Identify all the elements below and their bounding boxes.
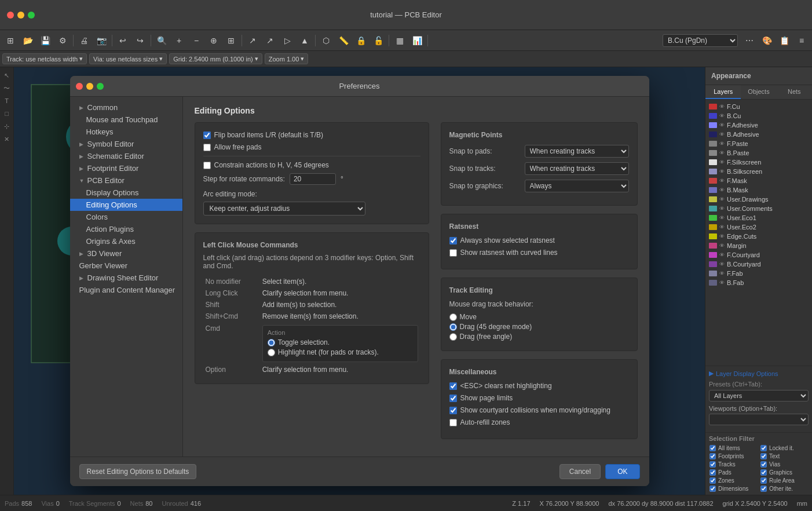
- sel-graphics-checkbox[interactable]: [760, 469, 766, 475]
- pcb-tool-select[interactable]: ↖: [1, 70, 13, 81]
- reset-button[interactable]: Reset Editing Options to Defaults: [79, 464, 197, 479]
- toolbar-btn-inspect[interactable]: ⬡: [318, 32, 334, 49]
- toolbar-btn-search[interactable]: 🔍: [153, 32, 170, 49]
- layer-item-userdrawings[interactable]: 👁 User.Drawings: [705, 195, 812, 204]
- eye-icon-fcu[interactable]: 👁: [719, 104, 725, 110]
- tree-item-drawing-sheet[interactable]: ▶ Drawing Sheet Editor: [70, 272, 182, 284]
- tree-item-editing-options[interactable]: Editing Options: [70, 199, 182, 211]
- presets-select[interactable]: All Layers: [709, 390, 809, 402]
- minimize-button[interactable]: [17, 12, 24, 19]
- layer-item-ffab[interactable]: 👁 F.Fab: [705, 269, 812, 278]
- layer-item-margin[interactable]: 👁 Margin: [705, 241, 812, 250]
- eye-icon-usereco1[interactable]: 👁: [719, 215, 725, 221]
- toolbar-btn-zoom-area[interactable]: ⊞: [223, 32, 239, 49]
- flip-board-checkbox[interactable]: [203, 132, 211, 139]
- toolbar-btn-redo[interactable]: ↪: [132, 32, 148, 49]
- constrain-checkbox[interactable]: [203, 162, 211, 169]
- toolbar-btn-undo[interactable]: ↩: [115, 32, 131, 49]
- sel-vias-checkbox[interactable]: [760, 461, 766, 467]
- toolbar-btn-extra[interactable]: ≡: [793, 32, 810, 49]
- snap-pads-select[interactable]: When creating tracks Always Never: [525, 145, 629, 158]
- step-rotate-input[interactable]: [290, 173, 336, 185]
- layer-display-options[interactable]: ▶ Layer Display Options: [709, 370, 809, 377]
- dialog-close-btn[interactable]: [76, 83, 83, 90]
- eye-icon-fpaste[interactable]: 👁: [719, 141, 725, 147]
- toolbar-btn-netinspect[interactable]: 📊: [409, 32, 425, 49]
- layer-item-usereco2[interactable]: 👁 User.Eco2: [705, 222, 812, 232]
- misc-page-checkbox[interactable]: [449, 395, 457, 402]
- tree-item-symbol-editor[interactable]: ▶ Symbol Editor: [70, 138, 182, 150]
- misc-autorefill-checkbox[interactable]: [449, 419, 457, 426]
- toolbar-btn-lock[interactable]: 🔒: [353, 32, 369, 49]
- ratsnest-show-checkbox[interactable]: [449, 237, 457, 244]
- dialog-max-btn[interactable]: [97, 83, 104, 90]
- viewports-select[interactable]: [709, 414, 809, 425]
- pcb-tool-measure[interactable]: ⊹: [1, 121, 13, 132]
- pcb-tool-delete[interactable]: ✕: [1, 133, 13, 145]
- pcb-tool-add-text[interactable]: T: [1, 95, 13, 107]
- arc-mode-select[interactable]: Keep center, adjust radius Keep endpoint…: [203, 202, 365, 216]
- eye-icon-userdrawings[interactable]: 👁: [719, 196, 725, 202]
- via-selector[interactable]: Via: use netclass sizes ▾: [89, 53, 167, 64]
- toolbar-btn-settings[interactable]: ⚙: [54, 32, 71, 49]
- eye-icon-fcourtyard[interactable]: 👁: [719, 252, 725, 258]
- layer-item-usereco1[interactable]: 👁 User.Eco1: [705, 213, 812, 222]
- layer-item-edgecuts[interactable]: 👁 Edge.Cuts: [705, 232, 812, 241]
- layer-item-bmask[interactable]: 👁 B.Mask: [705, 185, 812, 195]
- sel-rule-areas-checkbox[interactable]: [760, 477, 766, 483]
- zoom-selector[interactable]: Zoom 1.00 ▾: [265, 53, 309, 64]
- layer-item-bcourtyard[interactable]: 👁 B.Courtyard: [705, 260, 812, 269]
- layer-item-fadhesive[interactable]: 👁 F.Adhesive: [705, 121, 812, 130]
- toolbar-btn-print[interactable]: 🖨: [76, 32, 92, 49]
- dialog-min-btn[interactable]: [86, 83, 93, 90]
- layer-item-fpaste[interactable]: 👁 F.Paste: [705, 139, 812, 148]
- eye-icon-usereco2[interactable]: 👁: [719, 224, 725, 230]
- toolbar-btn-netclass[interactable]: 📋: [776, 32, 792, 49]
- layer-item-usercomments[interactable]: 👁 User.Comments: [705, 204, 812, 213]
- eye-icon-bcu[interactable]: 👁: [719, 113, 725, 119]
- layer-selector[interactable]: B.Cu (PgDn): [663, 34, 738, 47]
- sel-dimensions-checkbox[interactable]: [709, 486, 715, 491]
- tree-item-colors[interactable]: Colors: [70, 211, 182, 223]
- layer-item-bsilk[interactable]: 👁 B.Silkscreen: [705, 167, 812, 176]
- eye-icon-edgecuts[interactable]: 👁: [719, 233, 725, 239]
- toolbar-btn-new[interactable]: ⊞: [2, 32, 19, 49]
- tab-layers[interactable]: Layers: [705, 85, 741, 99]
- toolbar-btn-layer-color[interactable]: 🎨: [759, 32, 775, 49]
- sel-footprints-checkbox[interactable]: [709, 453, 715, 459]
- toolbar-btn-save[interactable]: 💾: [37, 32, 53, 49]
- ratsnest-curved-checkbox[interactable]: [449, 249, 457, 257]
- toolbar-btn-zoom-in[interactable]: +: [171, 32, 187, 49]
- toolbar-btn-screenshot[interactable]: 📷: [93, 32, 109, 49]
- layer-item-bcu[interactable]: 👁 B.Cu: [705, 111, 812, 121]
- tree-item-mouse[interactable]: Mouse and Touchpad: [70, 114, 182, 126]
- layer-item-fsilk[interactable]: 👁 F.Silkscreen: [705, 158, 812, 167]
- pcb-tool-route[interactable]: 〜: [1, 82, 13, 94]
- radio-highlight-input[interactable]: [268, 349, 275, 356]
- toolbar-btn-route2[interactable]: ↗: [262, 32, 278, 49]
- eye-icon-bcourtyard[interactable]: 👁: [719, 261, 725, 267]
- toolbar-btn-route3[interactable]: ▷: [279, 32, 295, 49]
- toolbar-btn-route[interactable]: ↗: [244, 32, 261, 49]
- misc-courtyard-checkbox[interactable]: [449, 407, 457, 414]
- eye-icon-usercomments[interactable]: 👁: [719, 206, 725, 211]
- layer-item-fcu[interactable]: 👁 F.Cu: [705, 102, 812, 111]
- tree-item-schematic[interactable]: ▶ Schematic Editor: [70, 150, 182, 162]
- tree-item-display-options[interactable]: Display Options: [70, 187, 182, 199]
- tree-item-action-plugins[interactable]: Action Plugins: [70, 223, 182, 235]
- toolbar-btn-unlock[interactable]: 🔓: [370, 32, 386, 49]
- tab-nets[interactable]: Nets: [777, 85, 812, 99]
- drag-free-radio[interactable]: [449, 333, 457, 341]
- tree-item-common[interactable]: ▶ Common: [70, 101, 182, 114]
- sel-tracks-checkbox[interactable]: [709, 461, 715, 467]
- layer-item-bfab[interactable]: 👁 B.Fab: [705, 278, 812, 287]
- tree-item-gerber[interactable]: Gerber Viewer: [70, 260, 182, 272]
- tree-item-3d-viewer[interactable]: ▶ 3D Viewer: [70, 247, 182, 260]
- sel-all-items-checkbox[interactable]: [709, 445, 715, 451]
- toolbar-btn-route4[interactable]: ▲: [297, 32, 313, 49]
- misc-esc-checkbox[interactable]: [449, 382, 457, 390]
- tab-objects[interactable]: Objects: [741, 85, 776, 99]
- toolbar-btn-drc[interactable]: ▦: [392, 32, 408, 49]
- toolbar-btn-open[interactable]: 📂: [20, 32, 36, 49]
- tree-item-pcb-editor[interactable]: ▼ PCB Editor: [70, 174, 182, 187]
